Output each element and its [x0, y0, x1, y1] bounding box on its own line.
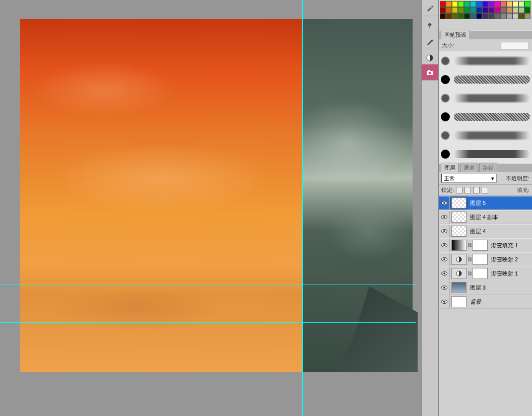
visibility-toggle[interactable] [439, 211, 450, 224]
link-icon[interactable]: ⛓ [468, 243, 471, 248]
layer-thumbnail[interactable] [451, 212, 467, 223]
layer-thumbnail[interactable] [451, 282, 467, 293]
layer-name[interactable]: 背景 [468, 298, 532, 306]
blend-mode-select[interactable]: 正常 ▾ [441, 174, 497, 183]
swatch[interactable] [518, 7, 524, 13]
tab-channels[interactable]: 通道 [460, 163, 478, 173]
swatch[interactable] [482, 1, 488, 7]
layer-row[interactable]: 图层 5 [439, 196, 532, 210]
layer-row[interactable]: 图层 3 [439, 281, 532, 295]
swatch[interactable] [470, 7, 476, 13]
swatch[interactable] [512, 13, 518, 19]
swatch[interactable] [488, 13, 494, 19]
visibility-toggle[interactable] [439, 267, 450, 280]
layer-thumbnail[interactable] [451, 268, 467, 279]
tab-layers[interactable]: 图层 [441, 163, 459, 173]
visibility-toggle[interactable] [439, 281, 450, 294]
lock-pixels-icon[interactable] [464, 187, 471, 193]
swatch[interactable] [464, 13, 470, 19]
swatch[interactable] [494, 13, 500, 19]
lock-transparency-icon[interactable] [456, 187, 462, 193]
swatch[interactable] [458, 13, 464, 19]
swatch[interactable] [494, 1, 500, 7]
link-icon[interactable]: ⛓ [468, 257, 471, 262]
brush-preset-item[interactable] [441, 148, 530, 160]
swatch[interactable] [506, 13, 512, 19]
visibility-toggle[interactable] [439, 253, 450, 266]
swatch[interactable] [482, 7, 488, 13]
guide-horizontal-2[interactable] [0, 322, 416, 323]
link-icon[interactable]: ⛓ [468, 271, 471, 276]
visibility-toggle[interactable] [439, 225, 450, 238]
swatch[interactable] [506, 7, 512, 13]
swatch[interactable] [512, 1, 518, 7]
layer-name[interactable]: 图层 4 副本 [468, 214, 532, 221]
mask-thumbnail[interactable] [473, 254, 488, 265]
visibility-toggle[interactable] [439, 295, 450, 308]
document-canvas[interactable] [20, 19, 413, 372]
swatch[interactable] [524, 13, 530, 19]
brush-preset-item[interactable] [441, 54, 530, 67]
layer-name[interactable]: 图层 4 [468, 228, 532, 235]
layer-row[interactable]: 图层 4 副本 [439, 210, 532, 224]
swatch[interactable] [452, 1, 458, 7]
layer-list[interactable]: 图层 5图层 4 副本图层 4⛓渐变填充 1⛓渐变映射 2⛓渐变映射 1图层 3… [439, 196, 532, 416]
brush-preset-item[interactable] [441, 129, 530, 142]
swatch[interactable] [524, 7, 530, 13]
swatch[interactable] [470, 13, 476, 19]
layer-thumbnail[interactable] [451, 240, 467, 251]
layer-thumbnail[interactable] [451, 226, 467, 237]
swatch[interactable] [500, 13, 506, 19]
swatch[interactable] [464, 7, 470, 13]
layer-thumbnail[interactable] [451, 197, 467, 209]
swatch[interactable] [512, 7, 518, 13]
wrench-icon[interactable] [422, 32, 438, 48]
swatch[interactable] [440, 7, 446, 13]
swatch[interactable] [452, 13, 458, 19]
tab-brush-presets[interactable]: 画笔预设 [441, 30, 470, 40]
guide-vertical[interactable] [302, 0, 303, 416]
layer-name[interactable]: 渐变映射 1 [489, 270, 532, 278]
swatch[interactable] [476, 1, 482, 7]
layer-name[interactable]: 图层 3 [468, 284, 532, 292]
swatch[interactable] [476, 7, 482, 13]
lock-all-icon[interactable] [482, 187, 488, 193]
swatch[interactable] [482, 13, 488, 19]
swatch[interactable] [440, 1, 446, 7]
swatch[interactable] [446, 7, 452, 13]
layer-row[interactable]: ⛓渐变映射 1 [439, 266, 532, 281]
swatch[interactable] [506, 1, 512, 7]
swatch[interactable] [476, 13, 482, 19]
brush-preset-item[interactable] [441, 73, 530, 86]
swatches-panel[interactable] [439, 0, 532, 30]
mask-thumbnail[interactable] [473, 268, 488, 279]
layer-name[interactable]: 渐变映射 2 [489, 256, 532, 263]
swatch[interactable] [500, 1, 506, 7]
half-circle-icon[interactable] [422, 48, 438, 64]
swatch[interactable] [446, 1, 452, 7]
camera-icon[interactable] [422, 64, 438, 81]
swatch[interactable] [458, 7, 464, 13]
swatch[interactable] [500, 7, 506, 13]
guide-horizontal-1[interactable] [0, 285, 416, 285]
layer-row[interactable]: 背景 [439, 295, 532, 309]
eyedropper-icon[interactable] [422, 0, 438, 16]
visibility-toggle[interactable] [439, 196, 450, 210]
tab-paths[interactable]: 路径 [479, 163, 497, 173]
layer-thumbnail[interactable] [451, 296, 467, 307]
swatch[interactable] [518, 1, 524, 7]
layer-row[interactable]: ⛓渐变填充 1 [439, 238, 532, 252]
brush-preset-item[interactable] [441, 110, 530, 123]
swatch[interactable] [494, 7, 500, 13]
swatch[interactable] [488, 1, 494, 7]
swatch[interactable] [488, 7, 494, 13]
visibility-toggle[interactable] [439, 239, 450, 252]
layer-name[interactable]: 图层 5 [468, 199, 532, 207]
layer-name[interactable]: 渐变填充 1 [489, 242, 532, 249]
brush-size-input[interactable] [501, 42, 529, 49]
lock-position-icon[interactable] [473, 187, 480, 193]
layer-row[interactable]: ⛓渐变映射 2 [439, 252, 532, 266]
brush-preset-item[interactable] [441, 92, 530, 104]
swatch[interactable] [452, 7, 458, 13]
swatch[interactable] [458, 1, 464, 7]
